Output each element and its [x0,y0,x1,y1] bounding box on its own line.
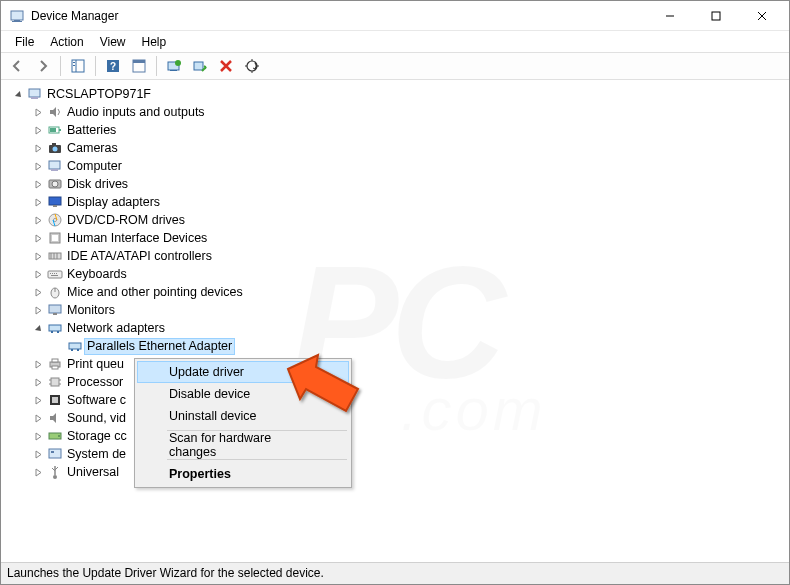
tree-category[interactable]: Storage cc [5,427,789,445]
tree-item-label: Cameras [67,141,118,156]
tree-category[interactable]: Human Interface Devices [5,229,789,247]
tree-category[interactable]: IDE ATA/ATAPI controllers [5,247,789,265]
svg-rect-10 [73,65,75,66]
tree-category[interactable]: Processor [5,373,789,391]
menu-action[interactable]: Action [42,33,91,51]
expander-closed-icon[interactable] [31,141,45,155]
menu-help[interactable]: Help [134,33,175,51]
expander-closed-icon[interactable] [31,177,45,191]
tree-category[interactable]: Mice and other pointing devices [5,283,789,301]
svg-rect-18 [194,62,203,70]
tree-category[interactable]: Sound, vid [5,409,789,427]
tree-device-selected[interactable]: Parallels Ethernet Adapter [5,337,789,355]
display-icon [47,194,63,210]
minimize-button[interactable] [647,1,693,31]
device-tree[interactable]: RCSLAPTOP971F Audio inputs and outputs B… [1,81,789,562]
svg-rect-67 [52,397,58,403]
menu-view[interactable]: View [92,33,134,51]
tree-category[interactable]: Batteries [5,121,789,139]
uninstall-device-button[interactable] [214,54,238,78]
toolbar: ? [1,52,789,80]
expander-closed-icon[interactable] [31,465,45,479]
tree-category[interactable]: Disk drives [5,175,789,193]
expander-closed-icon[interactable] [31,357,45,371]
tree-category[interactable]: Universal [5,463,789,481]
expander-closed-icon[interactable] [31,285,45,299]
svg-rect-61 [51,378,59,386]
svg-point-31 [52,181,58,187]
context-menu-scan-hardware[interactable]: Scan for hardware changes [137,434,349,456]
tree-item-label: Mice and other pointing devices [67,285,243,300]
tree-category[interactable]: Computer [5,157,789,175]
context-menu-item-label: Uninstall device [169,409,257,423]
expander-closed-icon[interactable] [31,105,45,119]
tree-item-label: Monitors [67,303,115,318]
expander-closed-icon[interactable] [31,123,45,137]
close-button[interactable] [739,1,785,31]
svg-rect-14 [133,60,145,63]
status-bar: Launches the Update Driver Wizard for th… [1,562,789,584]
context-menu-disable-device[interactable]: Disable device [137,383,349,405]
tree-item-label: DVD/CD-ROM drives [67,213,185,228]
context-menu-item-label: Scan for hardware changes [169,431,309,459]
expander-closed-icon[interactable] [31,393,45,407]
maximize-button[interactable] [693,1,739,31]
expander-closed-icon[interactable] [31,411,45,425]
sound-icon [47,410,63,426]
expander-closed-icon[interactable] [31,195,45,209]
context-menu-properties[interactable]: Properties [137,463,349,485]
scan-hardware-button[interactable] [240,54,264,78]
expander-open-icon[interactable] [11,87,25,101]
tree-category-network[interactable]: Network adapters [5,319,789,337]
properties-action-button[interactable] [127,54,151,78]
svg-rect-37 [52,235,58,241]
expander-closed-icon[interactable] [31,429,45,443]
svg-rect-52 [49,325,61,331]
tree-root[interactable]: RCSLAPTOP971F [5,85,789,103]
svg-rect-46 [56,273,57,274]
expander-closed-icon[interactable] [31,231,45,245]
expander-open-icon[interactable] [31,321,45,335]
svg-rect-28 [49,161,60,169]
svg-point-72 [53,475,57,479]
context-menu-item-label: Update driver [169,365,244,379]
expander-closed-icon[interactable] [31,303,45,317]
update-driver-button[interactable] [162,54,186,78]
expander-closed-icon[interactable] [31,267,45,281]
tree-category[interactable]: Software c [5,391,789,409]
hid-icon [47,230,63,246]
svg-rect-20 [29,89,40,97]
nav-forward-button[interactable] [31,54,55,78]
tree-device-label: Parallels Ethernet Adapter [84,338,235,355]
tree-item-label: Software c [67,393,126,408]
svg-rect-9 [73,62,75,63]
tree-category[interactable]: Audio inputs and outputs [5,103,789,121]
tree-category[interactable]: DVD/CD-ROM drives [5,211,789,229]
svg-rect-23 [59,129,61,131]
nav-back-button[interactable] [5,54,29,78]
svg-point-35 [54,219,57,222]
svg-rect-45 [54,273,55,274]
tree-category[interactable]: Display adapters [5,193,789,211]
context-menu-uninstall-device[interactable]: Uninstall device [137,405,349,427]
tree-category[interactable]: System de [5,445,789,463]
expander-closed-icon[interactable] [31,249,45,263]
tree-category[interactable]: Keyboards [5,265,789,283]
menu-bar: File Action View Help [1,31,789,52]
expander-closed-icon[interactable] [31,159,45,173]
disable-device-button[interactable] [188,54,212,78]
show-hide-tree-button[interactable] [66,54,90,78]
expander-closed-icon[interactable] [31,447,45,461]
tree-item-label: Computer [67,159,122,174]
tree-category[interactable]: Print queu [5,355,789,373]
tree-category[interactable]: Monitors [5,301,789,319]
menu-file[interactable]: File [7,33,42,51]
expander-closed-icon[interactable] [31,213,45,227]
context-menu-item-label: Properties [169,467,231,481]
expander-closed-icon[interactable] [31,375,45,389]
tree-category[interactable]: Cameras [5,139,789,157]
context-menu-update-driver[interactable]: Update driver [137,361,349,383]
svg-rect-2 [12,21,22,22]
tree-item-label: Processor [67,375,123,390]
help-button[interactable]: ? [101,54,125,78]
